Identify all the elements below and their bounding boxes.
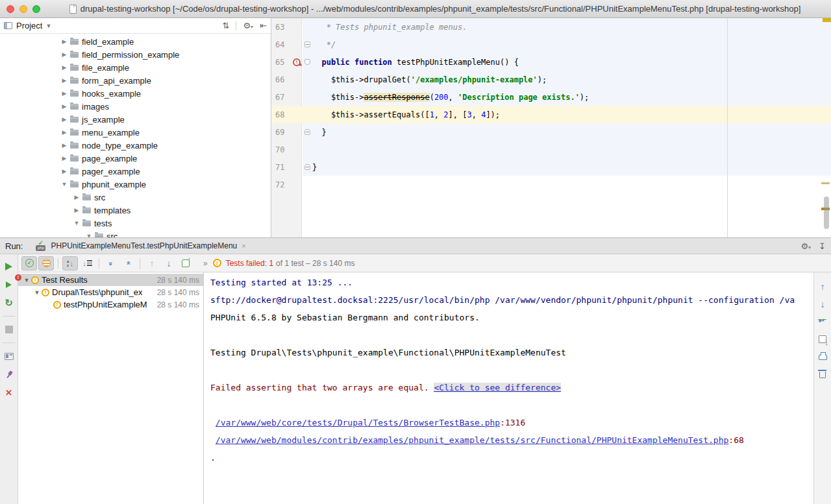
chevron-right-icon[interactable]: ▶ xyxy=(60,77,69,84)
test-tree-row[interactable]: ▼!Test Results28 s 140 ms xyxy=(18,274,203,286)
rerun-failed-tests-button[interactable]: ! xyxy=(0,277,18,293)
project-tree-row[interactable]: ▼phpunit_example xyxy=(0,178,271,191)
run-configuration-tab[interactable]: php✓ PHPUnitExampleMenuTest.testPhpUnitE… xyxy=(32,238,249,254)
chevron-right-icon[interactable]: ▶ xyxy=(60,64,69,71)
hide-panel-icon[interactable]: ↧ xyxy=(819,241,826,251)
previous-occurrence-button[interactable]: ↑ xyxy=(144,256,160,270)
expand-all-button[interactable]: » xyxy=(103,256,119,270)
clear-all-button[interactable] xyxy=(814,365,831,383)
chevron-right-icon[interactable]: ▶ xyxy=(60,142,69,149)
show-passed-button[interactable]: ✓ xyxy=(21,256,37,270)
minimize-window-button[interactable] xyxy=(19,5,27,13)
project-tree-row[interactable]: ▶page_example xyxy=(0,152,271,165)
arrow-down-icon: ↓ xyxy=(821,299,825,309)
fold-marker-icon[interactable] xyxy=(304,42,310,47)
play-icon xyxy=(5,263,12,270)
project-tree-row[interactable]: ▼src xyxy=(0,230,271,237)
project-tree-row[interactable]: ▶field_example xyxy=(0,35,271,48)
project-tree-row[interactable]: ▶images xyxy=(0,100,271,113)
chevron-right-icon[interactable]: ▶ xyxy=(72,207,81,213)
project-tree-row[interactable]: ▶js_example xyxy=(0,113,271,126)
chevron-down-icon[interactable]: ▼ xyxy=(60,181,69,187)
project-tree-row[interactable]: ▶field_permission_example xyxy=(0,48,271,61)
warning-stripe-mark[interactable] xyxy=(821,182,830,184)
gutter-icon-cell: ! xyxy=(291,58,303,66)
test-tree-row[interactable]: !testPhpUnitExampleM28 s 140 ms xyxy=(18,298,203,311)
project-tree-row[interactable]: ▶hooks_example xyxy=(0,87,271,100)
editor-scrollbar-thumb[interactable] xyxy=(824,197,829,229)
window-title: drupal-testing-workshop [~/Code/os/drupa… xyxy=(81,4,801,14)
code-token: ( xyxy=(430,93,434,102)
chevron-right-icon[interactable]: ▶ xyxy=(60,103,69,110)
code-token: public function xyxy=(321,58,391,67)
more-actions-icon[interactable]: » xyxy=(203,259,208,268)
up-stack-trace-button[interactable]: ↑ xyxy=(814,278,831,295)
close-window-button[interactable] xyxy=(6,5,14,13)
code-area[interactable]: 63 * Tests phpunit_example menus.64 */65… xyxy=(271,18,831,193)
chevron-right-icon[interactable]: ▶ xyxy=(60,155,69,162)
tree-item-label: images xyxy=(82,102,109,112)
pin-tab-button[interactable] xyxy=(0,366,18,382)
rerun-button[interactable] xyxy=(0,259,18,274)
chevron-right-icon[interactable]: ▶ xyxy=(60,116,69,123)
code-token: 200 xyxy=(434,93,449,102)
export-test-results-button[interactable] xyxy=(178,256,193,270)
stop-button[interactable] xyxy=(0,322,18,337)
editor[interactable]: 63 * Tests phpunit_example menus.64 */65… xyxy=(271,18,831,237)
soft-wrap-button[interactable] xyxy=(814,313,831,330)
console-text xyxy=(210,418,216,427)
close-tab-icon[interactable]: × xyxy=(242,242,245,250)
toggle-auto-test-button[interactable]: ↻ xyxy=(0,295,18,311)
console-line: Testing Drupal\Tests\phpunit_example\Fun… xyxy=(210,348,813,365)
project-tree-row[interactable]: ▶menu_example xyxy=(0,126,271,139)
restore-layout-button[interactable] xyxy=(0,348,18,364)
test-console[interactable]: Testing started at 13:25 ...sftp://docke… xyxy=(204,272,813,504)
expand-collapse-icon[interactable]: ⇅ xyxy=(223,21,230,30)
gear-icon[interactable]: ⚙▾ xyxy=(243,21,253,30)
show-ignored-button[interactable] xyxy=(38,256,54,270)
code-token: ); xyxy=(538,75,547,84)
chevron-right-icon[interactable]: ▶ xyxy=(60,51,69,58)
tests-summary-status: of 1 test – 28 s 140 ms xyxy=(276,259,354,268)
project-tree-row[interactable]: ▶node_type_example xyxy=(0,139,271,152)
chevron-right-icon[interactable]: ▶ xyxy=(60,38,69,45)
chevron-right-icon[interactable]: ▶ xyxy=(60,168,69,174)
chevron-down-icon[interactable]: ▼ xyxy=(84,233,93,237)
fold-marker-icon[interactable] xyxy=(304,164,310,170)
test-tree-row[interactable]: ▼!Drupal\Tests\phpunit_ex28 s 140 ms xyxy=(18,286,203,298)
project-tree-row[interactable]: ▶file_example xyxy=(0,61,271,74)
next-occurrence-button[interactable]: ↓ xyxy=(161,256,177,270)
close-panel-button[interactable]: ✕ xyxy=(0,385,18,400)
see-difference-link[interactable]: <Click to see difference> xyxy=(434,383,561,392)
collapse-all-button[interactable]: » xyxy=(120,256,136,270)
chevron-right-icon[interactable]: ▶ xyxy=(60,129,69,136)
sort-by-duration-button[interactable]: ↓ xyxy=(79,256,95,270)
chevron-down-icon[interactable]: ▼ xyxy=(72,220,81,226)
sort-alphabetically-button[interactable]: az↓ xyxy=(62,256,78,270)
code-token: $this-> xyxy=(312,93,364,102)
print-button[interactable] xyxy=(814,348,831,365)
chevron-down-icon[interactable]: ▼ xyxy=(22,277,31,283)
hide-panel-icon[interactable]: ⇤ xyxy=(260,21,267,30)
chevron-right-icon[interactable]: ▶ xyxy=(72,194,81,200)
scroll-to-end-button[interactable] xyxy=(814,330,831,348)
gear-icon[interactable]: ⚙▾ xyxy=(800,241,811,251)
chevron-down-icon[interactable]: ▼ xyxy=(32,289,42,296)
project-tree-row[interactable]: ▶pager_example xyxy=(0,165,271,178)
project-tree-row[interactable]: ▶templates xyxy=(0,204,271,217)
test-failed-icon[interactable]: ! xyxy=(293,58,301,66)
file-link[interactable]: /var/www/web/core/tests/Drupal/Tests/Bro… xyxy=(216,418,500,427)
project-panel-title[interactable]: Project xyxy=(16,21,42,30)
fold-marker-icon[interactable] xyxy=(304,129,310,135)
project-tree-row[interactable]: ▼tests xyxy=(0,217,271,230)
down-stack-trace-button[interactable]: ↓ xyxy=(814,295,831,313)
zoom-window-button[interactable] xyxy=(32,5,40,13)
tree-item-label: tests xyxy=(94,219,112,228)
sort-alpha-icon: az↓ xyxy=(67,259,73,267)
file-link[interactable]: /var/www/web/modules/contrib/examples/ph… xyxy=(216,435,729,445)
chevron-down-icon[interactable]: ▼ xyxy=(45,23,51,29)
fold-marker-icon[interactable] xyxy=(304,59,310,65)
chevron-right-icon[interactable]: ▶ xyxy=(60,90,69,97)
project-tree-row[interactable]: ▶src xyxy=(0,191,271,204)
project-tree-row[interactable]: ▶form_api_example xyxy=(0,74,271,87)
